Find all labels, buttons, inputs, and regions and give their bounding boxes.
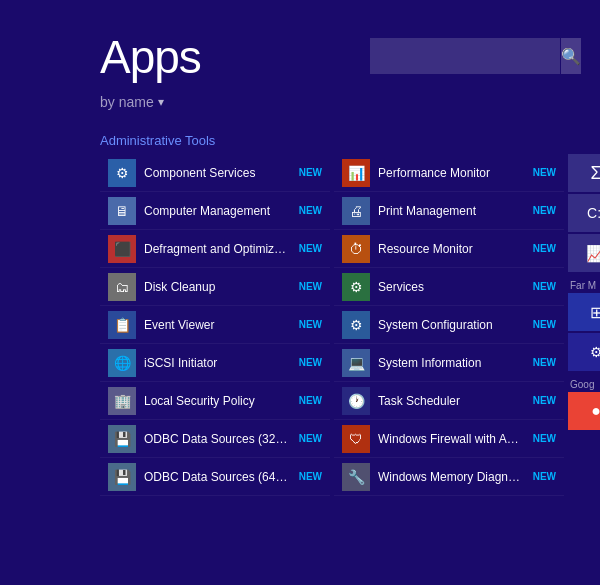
app-item-sys-info[interactable]: 💻 System Information NEW [334, 344, 564, 382]
sigma-icon: Σ [590, 163, 600, 184]
iscsi-icon: 🌐 [108, 349, 136, 377]
far-m-label: Far M [568, 278, 600, 293]
odbc64-icon: 💾 [108, 463, 136, 491]
new-badge-sys-info: NEW [533, 357, 556, 368]
sort-row: by name ▾ [0, 94, 600, 125]
app-item-task-scheduler[interactable]: 🕐 Task Scheduler NEW [334, 382, 564, 420]
local-security-icon: 🏢 [108, 387, 136, 415]
right-column: 📊 Performance Monitor NEW 🖨 Print Manage… [334, 154, 564, 496]
new-badge-local-security: NEW [299, 395, 322, 406]
memory-diag-icon: 🔧 [342, 463, 370, 491]
section-label-admin: Administrative Tools [0, 125, 600, 154]
app-name-perf-monitor: Performance Monitor [378, 166, 525, 180]
app-name-sys-info: System Information [378, 356, 525, 370]
event-viewer-icon: 📋 [108, 311, 136, 339]
app-item-sys-config[interactable]: ⚙ System Configuration NEW [334, 306, 564, 344]
app-item-odbc64[interactable]: 💾 ODBC Data Sources (64-bit) NEW [100, 458, 330, 496]
new-badge-iscsi: NEW [299, 357, 322, 368]
page-title: Apps [100, 30, 201, 84]
print-mgmt-icon: 🖨 [342, 197, 370, 225]
app-name-defragment: Defragment and Optimize... [144, 242, 291, 256]
partial-app-5: ⚙ [568, 333, 600, 371]
app-name-resource-monitor: Resource Monitor [378, 242, 525, 256]
task-scheduler-icon: 🕐 [342, 387, 370, 415]
app-name-print-mgmt: Print Management [378, 204, 525, 218]
page-container: Apps 🔍 by name ▾ Administrative Tools ⚙ … [0, 0, 600, 496]
app-name-odbc64: ODBC Data Sources (64-bit) [144, 470, 291, 484]
header: Apps 🔍 [0, 0, 600, 94]
computer-management-icon: 🖥 [108, 197, 136, 225]
new-badge-odbc64: NEW [299, 471, 322, 482]
app-name-sys-config: System Configuration [378, 318, 525, 332]
sys-info-icon: 💻 [342, 349, 370, 377]
settings-icon: ⚙ [590, 344, 601, 360]
disk-cleanup-icon: 🗂 [108, 273, 136, 301]
app-item-firewall[interactable]: 🛡 Windows Firewall with Adva... NEW [334, 420, 564, 458]
defragment-icon: ⬛ [108, 235, 136, 263]
app-name-odbc32: ODBC Data Sources (32-bit) [144, 432, 291, 446]
new-badge-task-scheduler: NEW [533, 395, 556, 406]
partial-app-1: Σ [568, 154, 600, 192]
app-name-memory-diag: Windows Memory Diagnostic [378, 470, 525, 484]
new-badge-disk-cleanup: NEW [299, 281, 322, 292]
app-item-disk-cleanup[interactable]: 🗂 Disk Cleanup NEW [100, 268, 330, 306]
grid-icon: ⊞ [590, 303, 601, 322]
partial-app-4: ⊞ [568, 293, 600, 331]
app-name-services: Services [378, 280, 525, 294]
app-item-defragment[interactable]: ⬛ Defragment and Optimize... NEW [100, 230, 330, 268]
google-label: Goog [568, 377, 600, 392]
app-item-iscsi[interactable]: 🌐 iSCSI Initiator NEW [100, 344, 330, 382]
app-item-computer-management[interactable]: 🖥 Computer Management NEW [100, 192, 330, 230]
perf-monitor-icon: 📊 [342, 159, 370, 187]
sort-label: by name [100, 94, 154, 110]
new-badge-event-viewer: NEW [299, 319, 322, 330]
app-name-component-services: Component Services [144, 166, 291, 180]
partial-app-3: 📈 [568, 234, 600, 272]
new-badge-services: NEW [533, 281, 556, 292]
app-item-perf-monitor[interactable]: 📊 Performance Monitor NEW [334, 154, 564, 192]
new-badge-memory-diag: NEW [533, 471, 556, 482]
services-icon: ⚙ [342, 273, 370, 301]
new-badge-component-services: NEW [299, 167, 322, 178]
search-icon: 🔍 [561, 47, 581, 66]
partial-app-6: ● [568, 392, 600, 430]
app-item-component-services[interactable]: ⚙ Component Services NEW [100, 154, 330, 192]
new-badge-resource-monitor: NEW [533, 243, 556, 254]
app-item-odbc32[interactable]: 💾 ODBC Data Sources (32-bit) NEW [100, 420, 330, 458]
odbc32-icon: 💾 [108, 425, 136, 453]
app-name-computer-management: Computer Management [144, 204, 291, 218]
app-item-resource-monitor[interactable]: ⏱ Resource Monitor NEW [334, 230, 564, 268]
firewall-icon: 🛡 [342, 425, 370, 453]
app-name-event-viewer: Event Viewer [144, 318, 291, 332]
app-name-local-security: Local Security Policy [144, 394, 291, 408]
chrome-icon: ● [591, 402, 600, 420]
app-item-services[interactable]: ⚙ Services NEW [334, 268, 564, 306]
search-button[interactable]: 🔍 [561, 38, 581, 74]
new-badge-print-mgmt: NEW [533, 205, 556, 216]
search-box: 🔍 [370, 38, 560, 74]
partial-column: Σ C:\ 📈 Far M ⊞ ⚙ Goog ● [568, 154, 600, 496]
app-name-firewall: Windows Firewall with Adva... [378, 432, 525, 446]
resource-monitor-icon: ⏱ [342, 235, 370, 263]
search-input[interactable] [370, 38, 561, 74]
apps-grid: ⚙ Component Services NEW 🖥 Computer Mana… [0, 154, 600, 496]
app-name-task-scheduler: Task Scheduler [378, 394, 525, 408]
partial-app-2: C:\ [568, 194, 600, 232]
sys-config-icon: ⚙ [342, 311, 370, 339]
graph-icon: 📈 [586, 244, 600, 263]
app-item-local-security[interactable]: 🏢 Local Security Policy NEW [100, 382, 330, 420]
cmd-icon: C:\ [587, 205, 600, 221]
component-services-icon: ⚙ [108, 159, 136, 187]
app-item-event-viewer[interactable]: 📋 Event Viewer NEW [100, 306, 330, 344]
new-badge-computer-management: NEW [299, 205, 322, 216]
new-badge-odbc32: NEW [299, 433, 322, 444]
new-badge-perf-monitor: NEW [533, 167, 556, 178]
app-item-print-mgmt[interactable]: 🖨 Print Management NEW [334, 192, 564, 230]
left-column: ⚙ Component Services NEW 🖥 Computer Mana… [100, 154, 330, 496]
app-item-memory-diag[interactable]: 🔧 Windows Memory Diagnostic NEW [334, 458, 564, 496]
new-badge-sys-config: NEW [533, 319, 556, 330]
new-badge-firewall: NEW [533, 433, 556, 444]
app-name-iscsi: iSCSI Initiator [144, 356, 291, 370]
app-name-disk-cleanup: Disk Cleanup [144, 280, 291, 294]
sort-arrow-icon: ▾ [158, 95, 164, 109]
